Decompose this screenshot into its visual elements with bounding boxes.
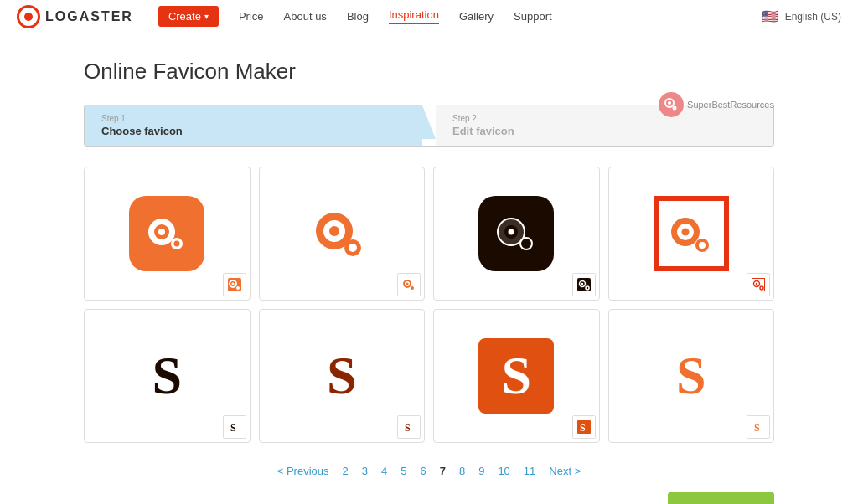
next-button[interactable]: NEXT xyxy=(668,492,774,504)
card-6-corner: S xyxy=(397,415,421,439)
svg-point-16 xyxy=(349,244,357,252)
page-8-link[interactable]: 8 xyxy=(455,463,469,479)
svg-point-25 xyxy=(524,241,529,246)
page-3-link[interactable]: 3 xyxy=(358,463,372,479)
s-orange-letter: S xyxy=(676,345,706,407)
page-10-link[interactable]: 10 xyxy=(494,463,514,479)
page-9-link[interactable]: 9 xyxy=(474,463,488,479)
prev-page-link[interactable]: < Previous xyxy=(273,463,333,479)
step-2-label: Edit favicon xyxy=(452,125,757,137)
partner-name: SuperBestResources xyxy=(687,100,774,110)
page-4-link[interactable]: 4 xyxy=(377,463,391,479)
next-page-link[interactable]: Next > xyxy=(545,463,585,479)
svg-point-23 xyxy=(509,229,514,235)
svg-point-11 xyxy=(236,286,240,290)
logo-icon xyxy=(17,5,40,28)
favicon-card-3[interactable] xyxy=(433,167,600,301)
card-2-corner xyxy=(397,273,421,296)
nav-blog[interactable]: Blog xyxy=(347,10,369,23)
nav-aboutus[interactable]: About us xyxy=(284,10,327,23)
card-1-corner xyxy=(223,273,246,296)
flag-icon: 🇺🇸 xyxy=(762,8,778,24)
create-link[interactable]: Create ▾ xyxy=(158,6,219,27)
card-8-corner: S xyxy=(747,415,770,439)
s-white-letter: S xyxy=(501,345,531,407)
svg-text:S: S xyxy=(754,422,760,434)
s-dark-letter: S xyxy=(152,345,182,407)
pagination: < Previous 2 3 4 5 6 7 8 9 10 11 Next > xyxy=(84,463,774,479)
logo[interactable]: LOGASTER xyxy=(17,5,133,28)
orange-rounded-icon xyxy=(129,196,204,271)
step-divider xyxy=(422,105,436,139)
chevron-down-icon: ▾ xyxy=(204,12,209,21)
plain-eye-icon xyxy=(304,196,380,271)
border-only-icon xyxy=(654,196,729,271)
s-brown-letter: S xyxy=(327,345,357,407)
page-title: Online Favicon Maker xyxy=(84,59,774,85)
card-4-corner xyxy=(747,273,770,296)
step-1-number: Step 1 xyxy=(101,114,406,123)
nav-inspiration[interactable]: Inspiration xyxy=(389,8,439,24)
page-6-link[interactable]: 6 xyxy=(416,463,430,479)
svg-point-34 xyxy=(699,242,706,249)
svg-point-5 xyxy=(158,229,165,235)
card-3-corner xyxy=(572,273,596,296)
page-7-link[interactable]: 7 xyxy=(436,463,450,479)
nav-support[interactable]: Support xyxy=(514,10,552,23)
page-2-link[interactable]: 2 xyxy=(339,463,353,479)
favicon-card-1[interactable] xyxy=(84,167,251,301)
svg-point-10 xyxy=(231,283,234,285)
nav-price[interactable]: Price xyxy=(239,10,264,23)
card-5-corner: S xyxy=(223,415,246,439)
partner-logo: SuperBestResources xyxy=(659,92,774,117)
step-1: Step 1 Choose favicon xyxy=(85,105,422,146)
svg-text:S: S xyxy=(405,422,411,434)
main-navbar: LOGASTER Create ▾ Price About us Blog In… xyxy=(0,0,858,33)
svg-point-32 xyxy=(681,229,689,236)
svg-point-2 xyxy=(673,106,677,111)
favicon-card-2[interactable] xyxy=(259,167,426,301)
main-content: Online Favicon Maker SuperBestResources … xyxy=(0,33,858,504)
favicon-card-4[interactable] xyxy=(608,167,775,301)
svg-point-38 xyxy=(760,286,763,290)
dark-rounded-icon xyxy=(478,196,554,271)
language-selector[interactable]: 🇺🇸 English (US) xyxy=(762,8,841,24)
nav-gallery[interactable]: Gallery xyxy=(459,10,494,23)
favicon-grid: S S S S S xyxy=(84,167,774,443)
card-7-corner: S xyxy=(572,415,596,439)
language-label: English (US) xyxy=(785,11,841,23)
svg-point-19 xyxy=(411,286,414,290)
svg-point-1 xyxy=(668,101,671,105)
svg-text:S: S xyxy=(230,422,236,434)
favicon-card-6[interactable]: S S xyxy=(259,309,426,443)
svg-point-14 xyxy=(329,226,339,236)
bottom-row: NEXT xyxy=(84,492,774,504)
page-5-link[interactable]: 5 xyxy=(396,463,411,479)
svg-point-37 xyxy=(756,283,757,285)
step-1-label: Choose favicon xyxy=(101,125,406,137)
svg-point-28 xyxy=(581,283,582,285)
svg-point-7 xyxy=(174,241,180,247)
partner-icon xyxy=(659,92,684,117)
favicon-card-5[interactable]: S S xyxy=(84,309,251,443)
nav-links: Create ▾ Price About us Blog Inspiration… xyxy=(158,6,762,27)
favicon-card-7[interactable]: S S xyxy=(433,309,600,443)
svg-text:S: S xyxy=(580,422,586,434)
page-11-link[interactable]: 11 xyxy=(519,463,540,479)
favicon-card-8[interactable]: S S xyxy=(608,309,775,443)
svg-point-18 xyxy=(406,283,409,285)
logo-text: LOGASTER xyxy=(45,9,133,24)
s-orange-bg-icon: S xyxy=(478,338,554,414)
